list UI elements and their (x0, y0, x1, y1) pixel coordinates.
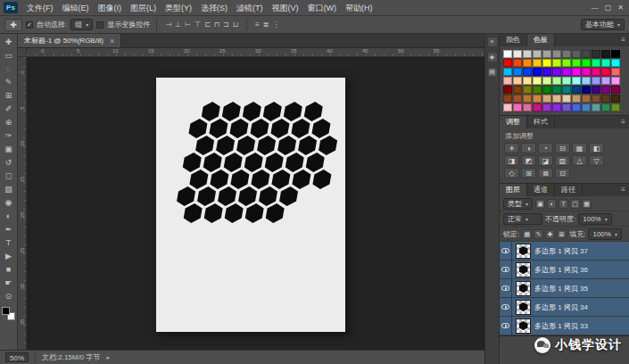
adjustment-icon[interactable]: ⊞ (521, 168, 536, 178)
panel-menu-icon[interactable]: ≡ (617, 34, 629, 46)
color-swatch[interactable] (552, 86, 561, 94)
color-swatch[interactable] (572, 103, 581, 112)
adjustment-icon[interactable]: ⊠ (538, 168, 553, 178)
lock-icon[interactable]: ▦ (522, 229, 532, 239)
quick-selection-tool[interactable]: ✎ (2, 76, 16, 89)
layer-row[interactable]: 多边形 1 拷贝 35 (500, 279, 629, 298)
color-swatch[interactable] (582, 50, 591, 58)
collapsed-panel-button-1[interactable]: ◈ (487, 52, 498, 62)
menu-item[interactable]: 窗口(W) (303, 0, 342, 16)
canvas-viewport[interactable] (27, 57, 484, 350)
vertical-ruler[interactable]: 05101520253035 (18, 57, 27, 350)
color-swatch[interactable] (572, 68, 581, 76)
color-swatch[interactable] (552, 103, 561, 112)
layer-thumbnail[interactable] (516, 318, 531, 334)
dodge-tool[interactable]: ◐ (2, 210, 16, 223)
align-icon[interactable]: ⊢ (183, 21, 193, 29)
layer-filter-icon[interactable]: ◐ (547, 199, 557, 209)
foreground-color-swatch[interactable] (2, 307, 10, 315)
color-swatch[interactable] (503, 59, 512, 67)
color-swatch[interactable] (533, 50, 542, 58)
color-swatch[interactable] (601, 86, 610, 94)
color-swatch[interactable] (562, 68, 571, 76)
color-swatch[interactable] (562, 95, 571, 103)
color-swatch[interactable] (601, 77, 610, 85)
align-icon[interactable]: ⊣ (163, 21, 173, 29)
color-swatch[interactable] (601, 68, 610, 76)
swatches-panel-tab[interactable]: 色板 (527, 34, 555, 46)
color-swatch[interactable] (513, 50, 522, 58)
distribute-icon[interactable]: ≣ (261, 21, 271, 29)
clone-stamp-tool[interactable]: ▣ (2, 143, 16, 156)
align-icon[interactable]: ⊔ (231, 21, 240, 29)
collapsed-panel-button-2[interactable]: ▤ (487, 67, 498, 78)
color-swatch[interactable] (592, 50, 600, 58)
color-swatch[interactable] (592, 68, 600, 76)
lock-icon[interactable]: ⊠ (557, 229, 567, 239)
path-select-tool[interactable]: ▶ (2, 250, 16, 263)
brush-tool[interactable]: ✑ (2, 129, 16, 143)
eyedropper-tool[interactable]: ✐ (2, 103, 16, 116)
color-swatch[interactable] (611, 95, 620, 103)
color-swatch[interactable] (582, 103, 591, 112)
align-icon[interactable]: ⊓ (212, 21, 221, 29)
color-swatch[interactable] (601, 103, 610, 112)
color-swatch[interactable] (582, 68, 591, 76)
color-swatch[interactable] (533, 59, 542, 67)
pen-tool[interactable]: ✒ (2, 223, 16, 236)
marquee-tool[interactable]: ▭ (2, 49, 16, 62)
color-swatch[interactable] (592, 59, 600, 67)
color-swatch[interactable] (533, 77, 542, 85)
adjustment-icon[interactable]: ◨ (504, 155, 519, 166)
maximize-button[interactable]: ▢ (605, 0, 612, 16)
layer-visibility-toggle[interactable] (500, 242, 512, 260)
color-swatch[interactable] (582, 59, 591, 67)
color-swatch[interactable] (562, 50, 571, 58)
align-icon[interactable]: ⊥ (173, 21, 183, 29)
menu-item[interactable]: 图层(L) (126, 0, 161, 16)
history-brush-tool[interactable]: ↺ (2, 156, 16, 170)
color-swatch[interactable] (592, 103, 600, 112)
layers-panel-tab[interactable]: 路径 (555, 184, 583, 196)
lock-icon[interactable]: ✚ (545, 229, 555, 239)
color-swatch[interactable] (523, 50, 532, 58)
hand-tool[interactable]: ☛ (2, 277, 16, 290)
menu-item[interactable]: 编辑(E) (58, 0, 94, 16)
swatches-panel-tab[interactable]: 颜色 (500, 34, 527, 46)
menu-item[interactable]: 帮助(H) (341, 0, 377, 16)
eraser-tool[interactable]: ◻ (2, 170, 16, 183)
move-tool[interactable]: ✚ (2, 36, 16, 49)
color-swatch[interactable] (523, 95, 532, 103)
color-swatch[interactable] (552, 59, 561, 67)
foreground-background-colors[interactable] (2, 307, 15, 320)
adjustment-icon[interactable]: ☀ (504, 143, 519, 153)
layer-row[interactable]: 多边形 1 拷贝 33 (500, 317, 629, 335)
color-swatch[interactable] (562, 86, 571, 94)
menu-item[interactable]: 视图(V) (268, 0, 303, 16)
tab-close-icon[interactable]: × (110, 37, 114, 46)
auto-select-checkbox[interactable]: ✓ (26, 21, 33, 29)
color-swatch[interactable] (533, 103, 542, 112)
color-swatch[interactable] (582, 77, 591, 85)
adjustment-icon[interactable]: ⊡ (555, 168, 570, 178)
adjustment-icon[interactable]: ▦ (572, 143, 587, 153)
color-swatch[interactable] (601, 50, 610, 58)
adjustment-icon[interactable]: ⊟ (555, 143, 570, 153)
layer-row[interactable]: 多边形 1 拷贝 37 (500, 242, 629, 261)
layer-visibility-toggle[interactable] (500, 261, 512, 278)
layer-visibility-toggle[interactable] (500, 317, 512, 335)
color-swatch[interactable] (542, 68, 551, 76)
color-swatch[interactable] (562, 59, 571, 67)
color-swatch[interactable] (523, 103, 532, 112)
current-tool-icon[interactable]: ✚ (4, 19, 22, 31)
ruler-origin-corner[interactable] (18, 48, 27, 57)
horizontal-ruler[interactable]: 0510152025303540455055 (27, 48, 484, 57)
color-swatch[interactable] (572, 50, 581, 58)
layer-visibility-toggle[interactable] (500, 298, 512, 316)
menu-item[interactable]: 选择(S) (196, 0, 232, 16)
opacity-dropdown[interactable]: 100% ▾ (578, 213, 611, 225)
align-icon[interactable]: ⊤ (193, 21, 203, 29)
color-swatch[interactable] (572, 86, 581, 94)
adjustments-panel-tab[interactable]: 样式 (527, 116, 555, 128)
collapse-dock-button[interactable]: « (487, 37, 498, 47)
